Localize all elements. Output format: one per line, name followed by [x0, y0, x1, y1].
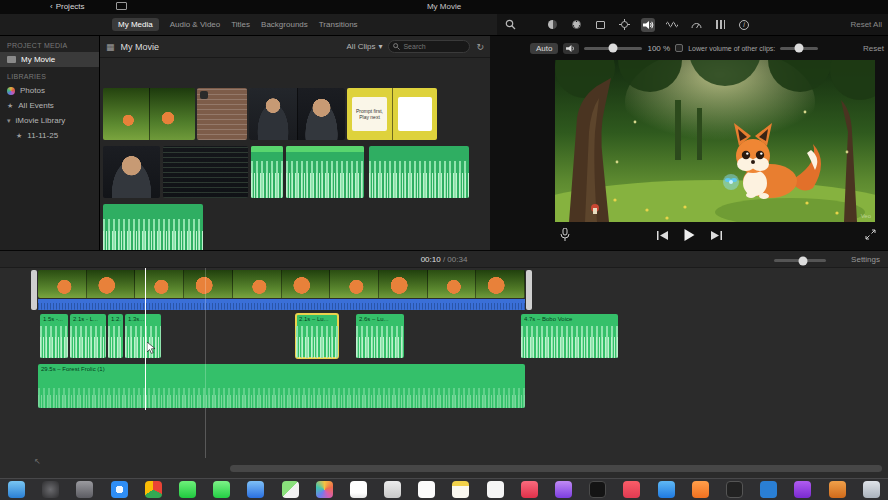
ducking-slider[interactable] [780, 47, 818, 50]
dock-podcasts-icon[interactable] [555, 481, 572, 498]
clip-trim-handle-right[interactable] [526, 270, 532, 310]
sidebar-item-my-movie[interactable]: My Movie [0, 52, 99, 67]
dock-trash-icon[interactable] [863, 481, 880, 498]
volume-slider[interactable] [584, 47, 642, 50]
project-media-heading: PROJECT MEDIA [0, 36, 99, 52]
dock-garageband-icon[interactable] [829, 481, 846, 498]
media-thumb-presenter-clip[interactable] [249, 88, 345, 140]
browser-header: ▦ My Movie All Clips ▾ ↻ [100, 36, 490, 58]
tab-audio-video[interactable]: Audio & Video [170, 20, 221, 29]
media-thumb-screen-recording[interactable] [163, 146, 248, 198]
search-box[interactable] [388, 40, 470, 53]
timecode-display: 00:10 / 00:34 [0, 255, 888, 264]
media-thumb-document-clip[interactable] [197, 88, 247, 140]
video-preview[interactable]: Veo [555, 60, 875, 222]
disclosure-triangle-icon[interactable]: ▾ [7, 117, 11, 125]
dock-terminal-icon[interactable] [726, 481, 743, 498]
timeline-settings-button[interactable]: Settings [851, 255, 880, 264]
audio-clip-1[interactable]: 1.5s -... [40, 314, 68, 358]
video-clip-filmstrip[interactable] [38, 270, 525, 298]
sidebar-item-imovie-library[interactable]: ▾ iMovie Library [0, 113, 99, 128]
dock-photos-icon[interactable] [316, 481, 333, 498]
stabilization-icon[interactable] [617, 18, 631, 32]
search-input[interactable] [403, 43, 465, 50]
video-clip-audio-track[interactable] [38, 299, 525, 310]
dock-facetime-icon[interactable] [213, 481, 230, 498]
waveform [286, 146, 364, 198]
audio-clip-5-selected[interactable]: 2.1s – Lu... [296, 314, 338, 358]
dock-settings-icon[interactable] [76, 481, 93, 498]
color-balance-icon[interactable] [545, 18, 559, 32]
timeline[interactable]: 1.5s -... 2.1s - L... 1.2... 1.3s... 2.1… [0, 268, 888, 478]
crop-icon[interactable] [593, 18, 607, 32]
dock-launchpad-icon[interactable] [42, 481, 59, 498]
dock-chrome-icon[interactable] [145, 481, 162, 498]
media-thumb-audio-2[interactable] [286, 146, 364, 198]
media-thumb-fox-clip[interactable] [103, 88, 195, 140]
dock-safari-icon[interactable] [111, 481, 128, 498]
ducking-slider-knob[interactable] [795, 44, 804, 53]
auto-button[interactable]: Auto [530, 43, 558, 54]
noise-reduction-icon[interactable] [665, 18, 679, 32]
timeline-zoom-knob[interactable] [798, 256, 807, 265]
volume-slider-knob[interactable] [609, 44, 618, 53]
clip-filter-icon[interactable] [713, 18, 727, 32]
next-button[interactable] [711, 231, 722, 240]
media-thumb-slides-clip[interactable]: Prompt first, Play next [347, 88, 437, 140]
dock-reminders-icon[interactable] [418, 481, 435, 498]
mute-button[interactable] [563, 43, 579, 54]
speed-icon[interactable] [689, 18, 703, 32]
dock-maps-icon[interactable] [282, 481, 299, 498]
tab-titles[interactable]: Titles [231, 20, 250, 29]
previous-button[interactable] [657, 231, 668, 240]
media-thumb-audio-4[interactable] [103, 204, 203, 256]
dock-contacts-icon[interactable] [384, 481, 401, 498]
timeline-zoom-slider[interactable] [774, 259, 826, 262]
media-thumb-presenter-2[interactable] [103, 146, 160, 198]
dock-books-icon[interactable] [692, 481, 709, 498]
timeline-horizontal-scrollbar[interactable] [230, 465, 882, 472]
dock-calendar-icon[interactable] [350, 481, 367, 498]
dock-appstore-icon[interactable] [658, 481, 675, 498]
audio-clip-6[interactable]: 2.6s – Lu... [356, 314, 404, 358]
dock-finder-icon[interactable] [8, 481, 25, 498]
clip-view-icon[interactable]: ▦ [106, 42, 115, 52]
lower-volume-checkbox[interactable] [675, 44, 683, 52]
audio-clip-bobo-voice[interactable]: 4.7s – Bobo Voice [521, 314, 618, 358]
tab-transitions[interactable]: Transitions [319, 20, 358, 29]
dock-imovie-icon[interactable] [794, 481, 811, 498]
refresh-icon[interactable]: ↻ [476, 42, 484, 52]
reset-all-button[interactable]: Reset All [850, 20, 882, 29]
dock-tv-icon[interactable] [589, 481, 606, 498]
dock-music-icon[interactable] [521, 481, 538, 498]
dock-messages-icon[interactable] [179, 481, 196, 498]
sidebar-item-all-events[interactable]: ★ All Events [0, 98, 99, 113]
dock-freeform-icon[interactable] [487, 481, 504, 498]
sidebar-item-photos[interactable]: Photos [0, 83, 99, 98]
audio-clip-3[interactable]: 1.2... [108, 314, 123, 358]
sidebar-all-events-label: All Events [18, 101, 54, 110]
tab-backgrounds[interactable]: Backgrounds [261, 20, 308, 29]
tab-my-media[interactable]: My Media [112, 18, 159, 31]
dock-vscode-icon[interactable] [760, 481, 777, 498]
music-clip-forest-frolic[interactable]: 29.5s – Forest Frolic (1) [38, 364, 525, 408]
media-thumb-audio-1[interactable] [251, 146, 283, 198]
audio-clip-2[interactable]: 2.1s - L... [70, 314, 106, 358]
clip-label: 1.5s -... [43, 316, 66, 322]
sidebar-item-event-11-11-25[interactable]: ★ 11-11-25 [0, 128, 99, 143]
clip-trim-handle-left[interactable] [31, 270, 37, 310]
dock-mail-icon[interactable] [247, 481, 264, 498]
play-button[interactable] [684, 229, 695, 241]
skimmer-zoom-icon[interactable] [503, 18, 517, 32]
fullscreen-icon[interactable] [865, 229, 876, 240]
presenter-frame-1 [249, 88, 297, 140]
dock-news-icon[interactable] [623, 481, 640, 498]
info-icon[interactable]: i [737, 18, 751, 32]
media-thumb-audio-3[interactable] [369, 146, 469, 198]
dock-notes-icon[interactable] [452, 481, 469, 498]
volume-icon[interactable] [641, 18, 655, 32]
color-correction-icon[interactable] [569, 18, 583, 32]
clip-filter-dropdown[interactable]: All Clips ▾ [347, 42, 383, 51]
reset-button[interactable]: Reset [863, 44, 884, 53]
playhead[interactable] [145, 268, 146, 410]
